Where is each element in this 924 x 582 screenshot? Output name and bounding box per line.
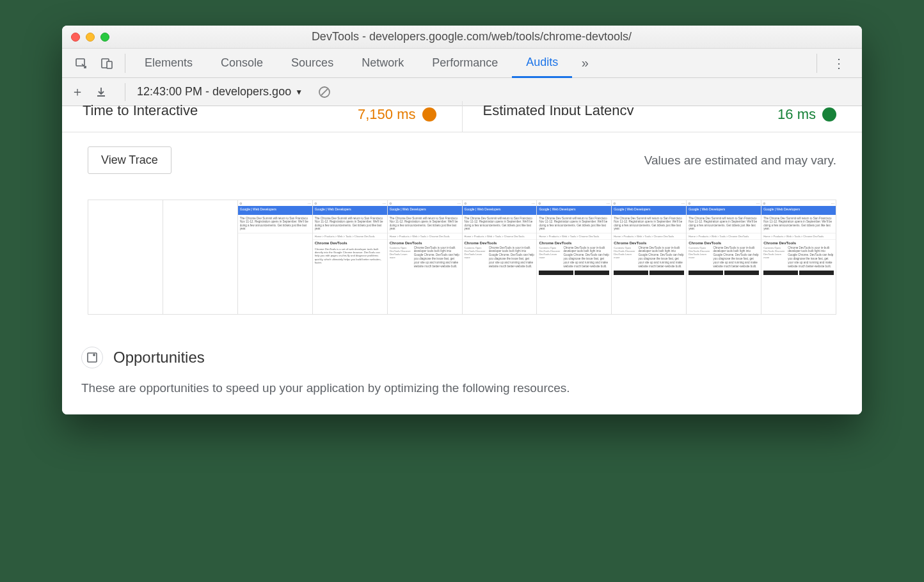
view-trace-button[interactable]: View Trace: [88, 146, 171, 174]
separator: [125, 83, 125, 101]
tab-sources[interactable]: Sources: [277, 49, 347, 78]
filmstrip-frame: [163, 200, 238, 314]
metric-label: Estimated Input Latency: [483, 102, 634, 115]
filmstrip-frame: [88, 200, 163, 314]
audit-selector-label: 12:43:00 PM - developers.goo: [137, 85, 291, 98]
metrics-row: Time to Interactive 7,150 ms Estimated I…: [62, 106, 862, 132]
window-title: DevTools - developers.google.com/web/too…: [116, 30, 853, 43]
svg-rect-2: [107, 61, 112, 68]
traffic-lights: [71, 33, 109, 42]
filmstrip-frame: ⚙⋯ Google | Web Developers The Chrome De…: [537, 200, 612, 314]
opportunities-title: Opportunities: [113, 349, 205, 366]
filmstrip-frame: ⚙⋯ Google | Web Developers The Chrome De…: [463, 200, 538, 314]
tabbar: Elements Console Sources Network Perform…: [62, 49, 862, 78]
tab-network[interactable]: Network: [347, 49, 418, 78]
opportunities-description: These are opportunities to speed up your…: [62, 381, 862, 414]
zoom-icon[interactable]: [100, 33, 109, 42]
clear-icon[interactable]: [312, 79, 337, 105]
audit-selector[interactable]: 12:43:00 PM - developers.goo ▼: [137, 85, 303, 98]
new-audit-icon[interactable]: ＋: [68, 83, 86, 100]
audits-content: Time to Interactive 7,150 ms Estimated I…: [62, 106, 862, 414]
download-icon[interactable]: [95, 86, 113, 98]
device-toolbar-icon[interactable]: [94, 51, 120, 76]
trace-row: View Trace Values are estimated and may …: [62, 132, 862, 174]
more-tabs-icon[interactable]: »: [572, 51, 598, 76]
filmstrip-frame: ⚙⋯ Google | Web Developers The Chrome De…: [313, 200, 388, 314]
metric-value: 16 ms: [777, 106, 836, 123]
metric-tti: Time to Interactive 7,150 ms: [62, 106, 462, 132]
devtools-window: DevTools - developers.google.com/web/too…: [62, 26, 862, 414]
tab-console[interactable]: Console: [207, 49, 277, 78]
opportunities-header: Opportunities: [62, 315, 862, 381]
chevron-down-icon: ▼: [295, 88, 303, 97]
metric-value: 7,150 ms: [358, 106, 436, 123]
titlebar: DevTools - developers.google.com/web/too…: [62, 26, 862, 49]
inspect-element-icon[interactable]: [68, 51, 94, 76]
filmstrip-frame: ⚙⋯ Google | Web Developers The Chrome De…: [761, 200, 836, 314]
tab-audits[interactable]: Audits: [512, 49, 572, 78]
opportunities-icon: [81, 347, 103, 368]
minimize-icon[interactable]: [86, 33, 95, 42]
ok-badge-icon: [822, 107, 836, 122]
separator: [816, 54, 817, 73]
filmstrip: ⚙⋯ Google | Web Developers The Chrome De…: [88, 200, 836, 315]
tab-elements[interactable]: Elements: [131, 49, 207, 78]
metric-label: Time to Interactive: [83, 102, 198, 115]
filmstrip-frame: ⚙⋯ Google | Web Developers The Chrome De…: [238, 200, 313, 314]
overflow-menu-icon[interactable]: ⋮: [822, 56, 856, 71]
tab-performance[interactable]: Performance: [418, 49, 512, 78]
filmstrip-frame: ⚙⋯ Google | Web Developers The Chrome De…: [612, 200, 687, 314]
estimate-note: Values are estimated and may vary.: [644, 153, 836, 168]
svg-rect-4: [88, 353, 97, 362]
filmstrip-frame: ⚙⋯ Google | Web Developers The Chrome De…: [388, 200, 463, 314]
metric-input-latency: Estimated Input Latency 16 ms: [463, 106, 863, 132]
close-icon[interactable]: [71, 33, 80, 42]
filmstrip-frame: ⚙⋯ Google | Web Developers The Chrome De…: [687, 200, 761, 314]
separator: [125, 54, 125, 73]
warn-badge-icon: [422, 107, 436, 122]
